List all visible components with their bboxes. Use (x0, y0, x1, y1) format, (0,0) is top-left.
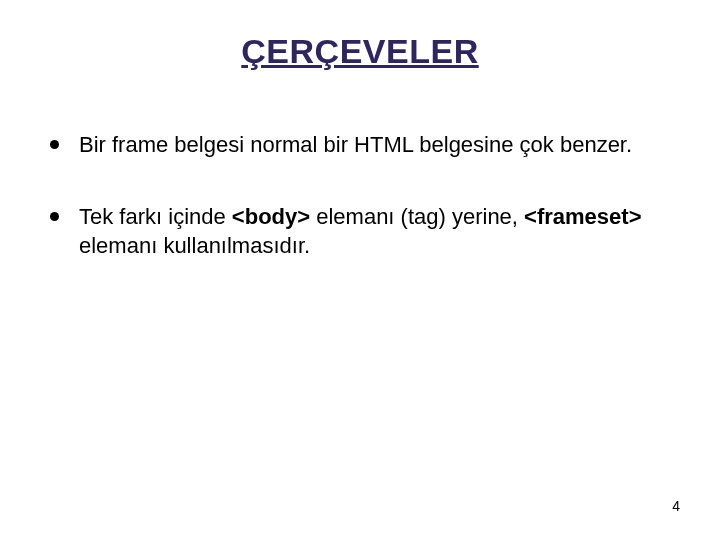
list-item: Tek farkı içinde <body> elemanı (tag) ye… (50, 202, 660, 261)
text-segment: Bir frame belgesi normal bir HTML belges… (79, 132, 632, 157)
bold-tag: <body> (232, 204, 310, 229)
page-number: 4 (672, 498, 680, 514)
text-segment: Tek farkı içinde (79, 204, 232, 229)
text-segment: elemanı (tag) yerine, (310, 204, 524, 229)
bullet-icon (50, 212, 59, 221)
list-item: Bir frame belgesi normal bir HTML belges… (50, 130, 660, 160)
bold-tag: <frameset> (524, 204, 641, 229)
slide-title: ÇERÇEVELER (0, 32, 720, 71)
text-segment: elemanı kullanılmasıdır. (79, 233, 310, 258)
content-area: Bir frame belgesi normal bir HTML belges… (50, 130, 660, 303)
bullet-icon (50, 140, 59, 149)
bullet-text: Tek farkı içinde <body> elemanı (tag) ye… (79, 202, 660, 261)
bullet-text: Bir frame belgesi normal bir HTML belges… (79, 130, 660, 160)
